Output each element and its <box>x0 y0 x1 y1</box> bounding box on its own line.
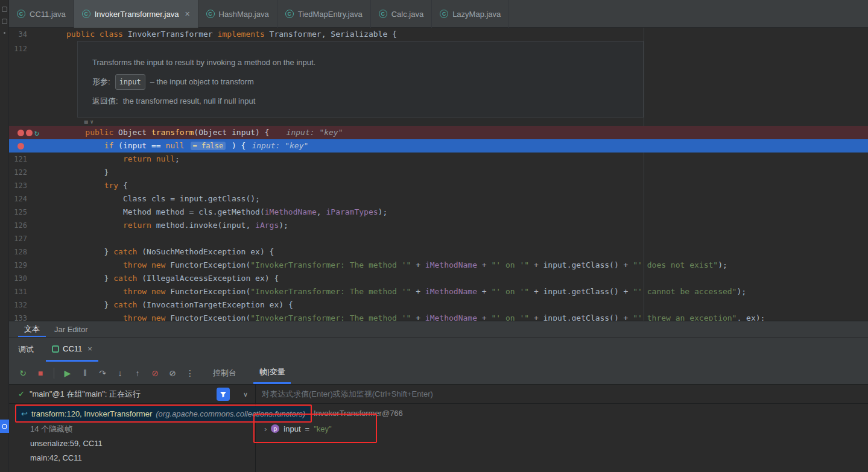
gutter[interactable]: 34 <box>9 28 66 41</box>
gutter[interactable]: 122 <box>9 166 66 179</box>
gutter[interactable]: ↻ <box>9 126 66 139</box>
gutter[interactable]: 112 <box>9 41 66 118</box>
step-out-icon[interactable]: ↑ <box>131 367 144 379</box>
resume-icon[interactable]: ▶ <box>62 367 74 379</box>
code-line[interactable]: 128 } catch (NoSuchMethodException ex) { <box>9 245 868 259</box>
code-line[interactable]: 125 Method method = cls.getMethod(iMetho… <box>9 206 868 219</box>
step-over-icon[interactable]: ↷ <box>97 367 109 379</box>
tab-console[interactable]: 控制台 <box>207 362 242 384</box>
gutter[interactable]: 133 <box>9 312 66 321</box>
frames-panel: ✓ "main"@1 在组"main": 正在运行 ∨ ↩ transform:… <box>9 385 255 472</box>
step-into-icon[interactable]: ↓ <box>114 367 126 379</box>
gutter[interactable]: 121 <box>9 153 66 166</box>
code-text: return null; <box>66 153 868 166</box>
thread-status-bar[interactable]: ✓ "main"@1 在组"main": 正在运行 ∨ <box>9 385 255 404</box>
breakpoint-icon[interactable] <box>26 130 33 136</box>
structure-toolwindow-icon[interactable] <box>2 19 7 24</box>
pause-icon[interactable]: ‖ <box>79 367 91 379</box>
gutter[interactable]: 132 <box>9 298 66 312</box>
gutter[interactable]: 131 <box>9 285 66 298</box>
code-token <box>66 154 123 163</box>
code-line[interactable]: 130 } catch (IllegalAccessException ex) … <box>9 272 868 285</box>
chevron-down-icon[interactable]: ∨ <box>243 388 248 401</box>
gutter[interactable]: 129 <box>9 259 66 272</box>
code-line[interactable]: 121 return null; <box>9 153 868 166</box>
stop-icon[interactable]: ■ <box>34 367 46 379</box>
gutter[interactable]: 128 <box>9 245 66 259</box>
code-token: throw new <box>123 287 170 296</box>
tab-close-icon[interactable]: × <box>185 9 189 19</box>
frame-row[interactable]: unserialize:59, CC11 <box>9 436 255 451</box>
fold-icons[interactable]: ▤ ∨ <box>84 118 93 126</box>
code-token: ); <box>718 260 727 269</box>
code-line[interactable]: 122 } <box>9 166 868 179</box>
code-line[interactable]: 127 <box>9 232 868 245</box>
debug-toolwindow-icon[interactable] <box>0 420 9 433</box>
editor-tab-LazyMap.java[interactable]: CLazyMap.java <box>432 0 509 28</box>
gutter[interactable]: 126 <box>9 219 66 232</box>
code-text: try { <box>66 179 868 192</box>
code-token: FunctorException( <box>170 287 250 296</box>
view-breakpoints-icon[interactable]: ⊘ <box>149 367 161 379</box>
code-line[interactable]: 123 try { <box>9 179 868 192</box>
frame-current[interactable]: ↩ transform:120, InvokerTransformer (org… <box>16 406 310 422</box>
code-line[interactable]: 126 return method.invoke(input, iArgs); <box>9 219 868 232</box>
editor-tab-TiedMapEntry.java[interactable]: CTiedMapEntry.java <box>277 0 371 28</box>
debug-content: ✓ "main"@1 在组"main": 正在运行 ∨ ↩ transform:… <box>9 385 868 472</box>
tab-frames-variables[interactable]: 帧|变量 <box>253 362 291 384</box>
doc-row: 112 Transforms the input to result by in… <box>9 41 868 118</box>
chevron-down-icon[interactable]: ∨ <box>90 118 93 126</box>
code-token: , <box>317 207 326 216</box>
project-toolwindow-icon[interactable] <box>2 7 7 12</box>
breakpoint-icon[interactable] <box>17 130 24 136</box>
code-token: + <box>411 287 425 296</box>
tab-text[interactable]: 文本 <box>18 321 46 337</box>
filter-icon[interactable] <box>217 388 230 401</box>
inline-debug-hint: input: "key" <box>287 128 343 137</box>
doc-return-label: 返回值: <box>92 95 118 108</box>
line-number: 130 <box>9 272 27 285</box>
variables-panel: 对表达式求值(Enter)或添加监视(Ctrl+Shift+Enter) Inv… <box>256 385 868 472</box>
gutter[interactable]: 130 <box>9 272 66 285</box>
code-text: throw new FunctorException("InvokerTrans… <box>66 285 868 298</box>
fold-row[interactable]: ▤ ∨ <box>9 118 868 126</box>
editor-tab-HashMap.java[interactable]: CHashMap.java <box>198 0 277 28</box>
code-line[interactable]: 124 Class cls = input.getClass(); <box>9 192 868 206</box>
tab-close-icon[interactable]: × <box>87 344 92 353</box>
code-line[interactable]: 132 } catch (InvocationTargetException e… <box>9 298 868 312</box>
mute-breakpoints-icon[interactable]: ⊘ <box>166 367 179 379</box>
code-line[interactable]: if (input == null = false ) {input: "key… <box>9 139 868 153</box>
tab-jar-editor[interactable]: Jar Editor <box>48 321 94 337</box>
code-line[interactable]: ↻ public Object transform(Object input) … <box>9 126 868 139</box>
code-line[interactable]: 133 throw new FunctorException("InvokerT… <box>9 312 868 321</box>
variable-input-row[interactable]: › p input = "key" <box>256 421 868 436</box>
editor-tab-CC11.java[interactable]: CCC11.java <box>9 0 74 28</box>
gutter[interactable]: 127 <box>9 232 66 245</box>
code-line[interactable]: 129 throw new FunctorException("InvokerT… <box>9 259 868 272</box>
code-token: iArgs <box>255 221 279 230</box>
tab-label: HashMap.java <box>219 10 269 19</box>
gutter[interactable] <box>9 139 66 153</box>
code-line[interactable]: 131 throw new FunctorException("InvokerT… <box>9 285 868 298</box>
gutter[interactable]: 123 <box>9 179 66 192</box>
left-tool-stripe <box>0 0 9 472</box>
breakpoint-icon[interactable] <box>17 143 24 149</box>
frame-marker-icon[interactable]: ↻ <box>34 129 39 137</box>
gutter[interactable]: 124 <box>9 192 66 206</box>
this-object-value[interactable]: InvokerTransformer@766 <box>256 406 868 421</box>
rerun-icon[interactable]: ↻ <box>17 367 29 379</box>
frame-row[interactable]: main:42, CC11 <box>9 451 255 465</box>
code-line[interactable]: 34public class InvokerTransformer implem… <box>9 28 868 41</box>
code-token: + input.getClass() + <box>529 260 633 269</box>
gutter[interactable]: 125 <box>9 206 66 219</box>
more-icon[interactable]: ⋮ <box>184 367 196 379</box>
code-editor[interactable]: 34public class InvokerTransformer implem… <box>9 28 868 321</box>
editor-tab-InvokerTransformer.java[interactable]: CInvokerTransformer.java× <box>74 0 198 28</box>
doc-toggle-icon[interactable]: ▤ <box>84 118 87 126</box>
debug-session-tab[interactable]: CC11 × <box>46 338 98 362</box>
expand-chevron-icon[interactable]: › <box>264 424 267 433</box>
code-text: Method method = cls.getMethod(iMethodNam… <box>66 206 868 219</box>
editor-tab-Calc.java[interactable]: CCalc.java <box>371 0 432 28</box>
evaluate-expression-field[interactable]: 对表达式求值(Enter)或添加监视(Ctrl+Shift+Enter) <box>256 385 868 404</box>
hidden-frames-row[interactable]: 14 个隐藏帧 <box>9 422 255 436</box>
